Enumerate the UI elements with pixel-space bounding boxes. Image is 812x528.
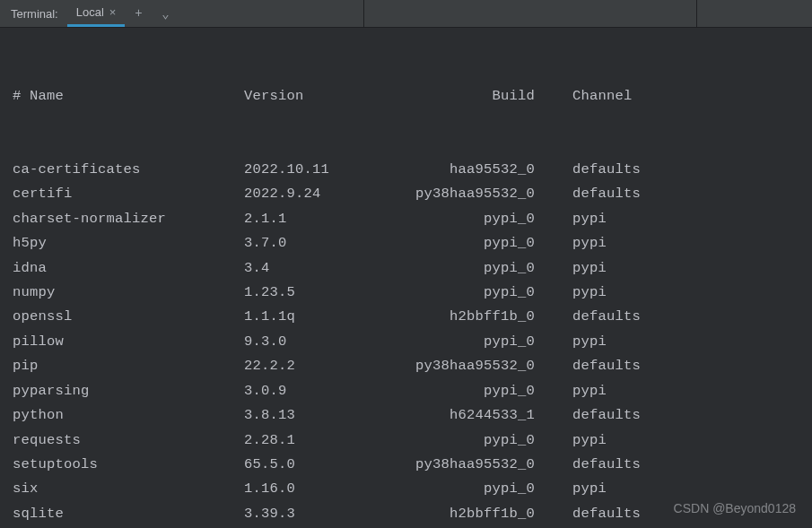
package-name: idna — [13, 256, 244, 281]
package-build: pypi_0 — [343, 477, 535, 501]
package-version: 2022.10.11 — [244, 158, 343, 182]
package-name: pip — [13, 354, 244, 378]
package-name: setuptools — [13, 453, 244, 477]
chevron-down-icon: ⌄ — [162, 6, 169, 22]
package-version: 3.4 — [244, 256, 343, 281]
package-version: 3.8.13 — [244, 403, 343, 428]
package-row: pillow9.3.0pypi_0pypi — [13, 330, 812, 354]
package-version: 2022.9.24 — [244, 182, 343, 206]
package-row: numpy1.23.5pypi_0pypi — [13, 281, 812, 305]
package-build: h2bbff1b_0 — [343, 502, 535, 526]
header-version: Version — [244, 84, 343, 108]
package-channel: pypi — [554, 281, 607, 305]
package-name: openssl — [13, 305, 244, 329]
package-name: certifi — [13, 182, 244, 206]
package-name: charset-normalizer — [13, 207, 244, 231]
package-name: six — [13, 477, 244, 501]
package-row: ca-certificates2022.10.11haa95532_0defau… — [13, 158, 812, 182]
package-version: 3.7.0 — [244, 231, 343, 255]
package-name: requests — [13, 428, 244, 453]
package-version: 2.28.1 — [244, 428, 343, 453]
package-version: 65.5.0 — [244, 453, 343, 477]
package-row: pip22.2.2py38haa95532_0defaults — [13, 354, 812, 378]
plus-icon: + — [135, 6, 142, 21]
package-channel: pypi — [554, 477, 607, 501]
package-build: h6244533_1 — [343, 403, 535, 428]
package-name: pyparsing — [13, 379, 244, 403]
package-row: setuptools65.5.0py38haa95532_0defaults — [13, 453, 812, 477]
terminal-output[interactable]: # NameVersionBuildChannel ca-certificate… — [0, 28, 812, 528]
close-icon[interactable]: × — [109, 5, 117, 19]
package-build: py38haa95532_0 — [343, 354, 535, 378]
package-build: py38haa95532_0 — [343, 182, 535, 206]
package-name: python — [13, 403, 244, 428]
package-channel: defaults — [554, 182, 641, 206]
header-channel: Channel — [554, 84, 633, 108]
package-name: sqlite — [13, 502, 244, 526]
package-row: six1.16.0pypi_0pypi — [13, 477, 812, 501]
package-row: h5py3.7.0pypi_0pypi — [13, 231, 812, 255]
terminal-dropdown-button[interactable]: ⌄ — [152, 0, 179, 27]
package-channel: defaults — [554, 158, 641, 182]
package-version: 2.1.1 — [244, 207, 343, 231]
package-channel: defaults — [554, 453, 641, 477]
package-version: 9.3.0 — [244, 330, 343, 354]
terminal-tab-local[interactable]: Local × — [67, 0, 126, 27]
package-version: 22.2.2 — [244, 354, 343, 378]
package-name: h5py — [13, 231, 244, 255]
terminal-tab-label: Local — [76, 5, 104, 19]
package-row: idna3.4pypi_0pypi — [13, 256, 812, 281]
package-name: numpy — [13, 281, 244, 305]
package-row: openssl1.1.1qh2bbff1b_0defaults — [13, 305, 812, 329]
package-row: python3.8.13h6244533_1defaults — [13, 403, 812, 428]
package-header-row: # NameVersionBuildChannel — [13, 84, 812, 108]
package-row: charset-normalizer2.1.1pypi_0pypi — [13, 207, 812, 231]
package-build: haa95532_0 — [343, 158, 535, 182]
header-name: # Name — [13, 84, 244, 108]
package-build: pypi_0 — [343, 207, 535, 231]
package-channel: defaults — [554, 354, 641, 378]
package-row: certifi2022.9.24py38haa95532_0defaults — [13, 182, 812, 206]
package-name: ca-certificates — [13, 158, 244, 182]
package-channel: defaults — [554, 305, 641, 329]
package-build: pypi_0 — [343, 428, 535, 453]
package-row: requests2.28.1pypi_0pypi — [13, 428, 812, 453]
package-version: 1.16.0 — [244, 477, 343, 501]
package-channel: pypi — [554, 379, 607, 403]
package-channel: pypi — [554, 330, 607, 354]
header-build: Build — [343, 84, 535, 108]
package-build: h2bbff1b_0 — [343, 305, 535, 329]
package-name: pillow — [13, 330, 244, 354]
package-build: pypi_0 — [343, 231, 535, 255]
package-build: py38haa95532_0 — [343, 453, 535, 477]
package-build: pypi_0 — [343, 256, 535, 281]
package-version: 1.1.1q — [244, 305, 343, 329]
package-channel: pypi — [554, 428, 607, 453]
package-version: 3.0.9 — [244, 379, 343, 403]
package-channel: defaults — [554, 502, 641, 526]
package-row: sqlite3.39.3h2bbff1b_0defaults — [13, 502, 812, 526]
topbar-divider — [696, 0, 697, 27]
add-terminal-button[interactable]: + — [125, 0, 152, 27]
package-row: pyparsing3.0.9pypi_0pypi — [13, 379, 812, 403]
package-channel: pypi — [554, 207, 607, 231]
package-build: pypi_0 — [343, 281, 535, 305]
package-channel: defaults — [554, 403, 641, 428]
terminal-label: Terminal: — [0, 0, 67, 27]
package-version: 1.23.5 — [244, 281, 343, 305]
package-build: pypi_0 — [343, 379, 535, 403]
package-channel: pypi — [554, 256, 607, 281]
topbar-divider — [363, 0, 364, 27]
package-build: pypi_0 — [343, 330, 535, 354]
package-version: 3.39.3 — [244, 502, 343, 526]
package-channel: pypi — [554, 231, 607, 255]
terminal-topbar: Terminal: Local × + ⌄ — [0, 0, 812, 28]
